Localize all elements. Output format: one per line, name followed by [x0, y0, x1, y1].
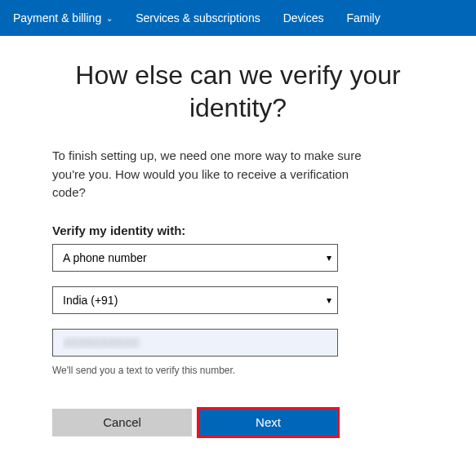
next-button[interactable]: Next	[198, 409, 338, 436]
description-text: To finish setting up, we need one more w…	[52, 147, 379, 202]
nav-devices[interactable]: Devices	[283, 11, 324, 24]
nav-label: Family	[346, 11, 380, 24]
phone-number-input[interactable]	[52, 329, 338, 356]
country-code-select-wrap: India (+91) ▾	[52, 286, 338, 314]
nav-label: Devices	[283, 11, 324, 24]
nav-services-subscriptions[interactable]: Services & subscriptions	[136, 11, 260, 24]
verify-method-select[interactable]: A phone number	[52, 244, 338, 272]
cancel-button[interactable]: Cancel	[52, 409, 192, 436]
nav-payment-billing[interactable]: Payment & billing ⌄	[13, 11, 113, 24]
main-content: How else can we verify your identity? To…	[0, 36, 476, 436]
nav-label: Payment & billing	[13, 11, 101, 24]
top-nav: Payment & billing ⌄ Services & subscript…	[0, 0, 476, 36]
verification-note: We'll send you a text to verify this num…	[52, 365, 424, 376]
country-code-select[interactable]: India (+91)	[52, 286, 338, 314]
chevron-down-icon: ⌄	[106, 14, 113, 23]
page-title: How else can we verify your identity?	[52, 59, 424, 124]
nav-label: Services & subscriptions	[136, 11, 260, 24]
phone-input-wrap	[52, 329, 338, 356]
nav-family[interactable]: Family	[346, 11, 380, 24]
verify-method-select-wrap: A phone number ▾	[52, 244, 338, 272]
button-row: Cancel Next	[52, 409, 338, 436]
verify-method-label: Verify my identity with:	[52, 224, 424, 237]
